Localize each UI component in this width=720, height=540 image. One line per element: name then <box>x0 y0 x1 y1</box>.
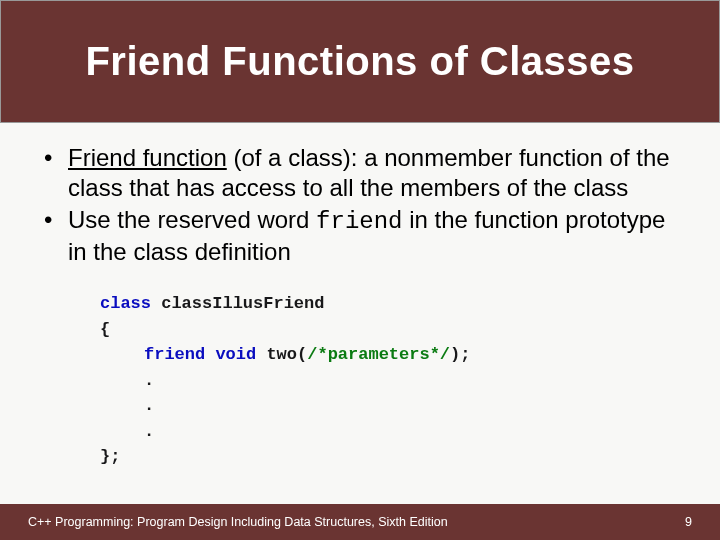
code-comment: /*parameters*/ <box>307 345 450 364</box>
code-line: class classIllusFriend <box>100 291 680 317</box>
slide-title: Friend Functions of Classes <box>85 39 634 84</box>
slide-content: Friend function (of a class): a nonmembe… <box>0 123 720 470</box>
slide-footer: C++ Programming: Program Design Includin… <box>0 504 720 540</box>
keyword: class <box>100 294 151 313</box>
bullet-item: Use the reserved word friend in the func… <box>40 205 680 267</box>
page-number: 9 <box>685 515 692 529</box>
bullet-list: Friend function (of a class): a nonmembe… <box>40 143 680 267</box>
code-line: { <box>100 317 680 343</box>
code-text: ); <box>450 345 470 364</box>
footer-text: C++ Programming: Program Design Includin… <box>28 515 448 529</box>
code-line: }; <box>100 444 680 470</box>
code-text: two <box>256 345 297 364</box>
keyword: friend void <box>144 345 256 364</box>
code-line: . <box>100 419 680 445</box>
code-line: friend void two(/*parameters*/); <box>100 342 680 368</box>
code-block: class classIllusFriend { friend void two… <box>100 291 680 470</box>
code-text: ( <box>297 345 307 364</box>
slide-header: Friend Functions of Classes <box>0 0 720 123</box>
code-line: . <box>100 393 680 419</box>
code-text: classIllusFriend <box>151 294 324 313</box>
term-underline: Friend function <box>68 144 227 171</box>
code-line: . <box>100 368 680 394</box>
bullet-text: Use the reserved word <box>68 206 316 233</box>
inline-code: friend <box>316 208 402 235</box>
bullet-item: Friend function (of a class): a nonmembe… <box>40 143 680 203</box>
